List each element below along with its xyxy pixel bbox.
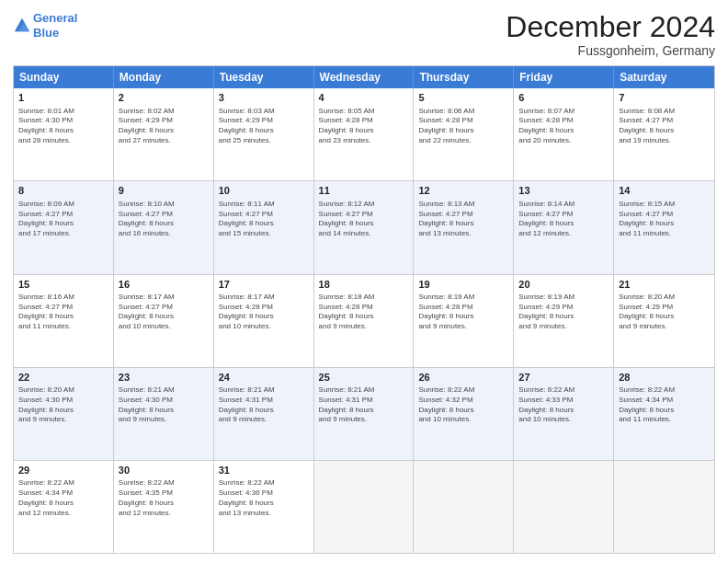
day-number: 28 bbox=[619, 371, 710, 385]
calendar-cell: 12Sunrise: 8:13 AMSunset: 4:27 PMDayligh… bbox=[414, 181, 514, 273]
calendar-cell: 16Sunrise: 8:17 AMSunset: 4:27 PMDayligh… bbox=[114, 275, 214, 367]
cell-info-line: Sunrise: 8:09 AM bbox=[18, 200, 108, 210]
month-title: December 2024 bbox=[506, 11, 715, 43]
title-block: December 2024 Fussgonheim, Germany bbox=[506, 11, 715, 58]
calendar-header: SundayMondayTuesdayWednesdayThursdayFrid… bbox=[14, 66, 714, 88]
cell-info-line: Sunset: 4:29 PM bbox=[219, 116, 309, 126]
cell-info-line: Sunrise: 8:18 AM bbox=[319, 293, 409, 303]
calendar-cell: 8Sunrise: 8:09 AMSunset: 4:27 PMDaylight… bbox=[14, 181, 114, 273]
cell-info-line: and 25 minutes. bbox=[219, 136, 309, 146]
day-number: 1 bbox=[18, 91, 108, 105]
cell-info-line: Sunrise: 8:22 AM bbox=[18, 478, 108, 488]
day-number: 11 bbox=[319, 184, 409, 198]
day-number: 29 bbox=[18, 464, 108, 477]
cell-info-line: and 9 minutes. bbox=[518, 322, 609, 332]
cell-info-line: Sunset: 4:30 PM bbox=[119, 396, 209, 406]
cell-info-line: Daylight: 8 hours bbox=[619, 126, 710, 136]
cell-info-line: and 15 minutes. bbox=[219, 229, 309, 239]
cell-info-line: and 13 minutes. bbox=[219, 509, 309, 519]
cell-info-line: Sunrise: 8:17 AM bbox=[219, 293, 309, 303]
cell-info-line: Sunset: 4:30 PM bbox=[18, 396, 108, 406]
cell-info-line: Daylight: 8 hours bbox=[518, 219, 609, 229]
calendar-row: 8Sunrise: 8:09 AMSunset: 4:27 PMDaylight… bbox=[14, 180, 714, 273]
cell-info-line: and 22 minutes. bbox=[418, 136, 508, 146]
cell-info-line: Daylight: 8 hours bbox=[518, 312, 609, 322]
cell-info-line: and 14 minutes. bbox=[319, 229, 409, 239]
cell-info-line: and 27 minutes. bbox=[119, 136, 209, 146]
cell-info-line: Sunrise: 8:08 AM bbox=[619, 107, 710, 117]
cell-info-line: Sunrise: 8:22 AM bbox=[518, 385, 609, 396]
day-of-week-header: Sunday bbox=[14, 66, 114, 88]
cell-info-line: and 9 minutes. bbox=[319, 415, 409, 425]
cell-info-line: Sunset: 4:31 PM bbox=[219, 396, 309, 406]
cell-info-line: Daylight: 8 hours bbox=[219, 499, 309, 509]
calendar-cell: 25Sunrise: 8:21 AMSunset: 4:31 PMDayligh… bbox=[314, 368, 415, 460]
calendar-row: 1Sunrise: 8:01 AMSunset: 4:30 PMDaylight… bbox=[14, 88, 714, 180]
calendar-cell: 18Sunrise: 8:18 AMSunset: 4:28 PMDayligh… bbox=[314, 275, 415, 367]
calendar: SundayMondayTuesdayWednesdayThursdayFrid… bbox=[13, 65, 715, 554]
day-number: 17 bbox=[219, 278, 309, 292]
cell-info-line: Sunset: 4:27 PM bbox=[518, 210, 609, 220]
calendar-cell: 31Sunrise: 8:22 AMSunset: 4:36 PMDayligh… bbox=[214, 461, 314, 553]
cell-info-line: Sunrise: 8:22 AM bbox=[619, 385, 710, 396]
cell-info-line: and 13 minutes. bbox=[418, 229, 508, 239]
day-number: 2 bbox=[119, 91, 209, 105]
day-number: 13 bbox=[518, 184, 609, 198]
cell-info-line: Sunrise: 8:01 AM bbox=[18, 107, 108, 117]
header: General Blue December 2024 Fussgonheim, … bbox=[13, 11, 715, 58]
cell-info-line: Sunrise: 8:10 AM bbox=[119, 200, 209, 210]
cell-info-line: Sunset: 4:28 PM bbox=[219, 303, 309, 313]
calendar-cell: 14Sunrise: 8:15 AMSunset: 4:27 PMDayligh… bbox=[614, 181, 714, 273]
day-of-week-header: Friday bbox=[514, 66, 614, 88]
cell-info-line: Sunrise: 8:19 AM bbox=[518, 293, 609, 303]
cell-info-line: Daylight: 8 hours bbox=[619, 312, 710, 322]
cell-info-line: Daylight: 8 hours bbox=[619, 219, 710, 229]
cell-info-line: and 9 minutes. bbox=[319, 322, 409, 332]
cell-info-line: and 28 minutes. bbox=[18, 136, 108, 146]
cell-info-line: and 11 minutes. bbox=[619, 229, 710, 239]
cell-info-line: Daylight: 8 hours bbox=[219, 219, 309, 229]
cell-info-line: Daylight: 8 hours bbox=[18, 499, 108, 509]
cell-info-line: Sunrise: 8:22 AM bbox=[219, 478, 309, 488]
logo-text: General Blue bbox=[33, 11, 77, 40]
cell-info-line: and 12 minutes. bbox=[518, 229, 609, 239]
cell-info-line: Sunrise: 8:13 AM bbox=[418, 200, 508, 210]
cell-info-line: Sunrise: 8:22 AM bbox=[418, 385, 508, 396]
cell-info-line: and 9 minutes. bbox=[219, 415, 309, 425]
cell-info-line: Daylight: 8 hours bbox=[18, 312, 108, 322]
calendar-cell: 29Sunrise: 8:22 AMSunset: 4:34 PMDayligh… bbox=[14, 461, 114, 553]
cell-info-line: Sunset: 4:35 PM bbox=[119, 488, 209, 499]
cell-info-line: Daylight: 8 hours bbox=[418, 219, 508, 229]
calendar-cell bbox=[514, 461, 614, 553]
cell-info-line: Sunset: 4:29 PM bbox=[619, 303, 710, 313]
calendar-row: 29Sunrise: 8:22 AMSunset: 4:34 PMDayligh… bbox=[14, 460, 714, 553]
cell-info-line: Sunset: 4:32 PM bbox=[418, 396, 508, 406]
cell-info-line: Sunset: 4:34 PM bbox=[619, 396, 710, 406]
page-container: General Blue December 2024 Fussgonheim, … bbox=[0, 0, 728, 563]
day-number: 27 bbox=[518, 371, 609, 385]
calendar-cell: 26Sunrise: 8:22 AMSunset: 4:32 PMDayligh… bbox=[414, 368, 514, 460]
calendar-cell bbox=[314, 461, 415, 553]
cell-info-line: Daylight: 8 hours bbox=[619, 406, 710, 416]
calendar-row: 22Sunrise: 8:20 AMSunset: 4:30 PMDayligh… bbox=[14, 367, 714, 460]
day-number: 8 bbox=[18, 184, 108, 198]
day-number: 25 bbox=[319, 371, 409, 385]
cell-info-line: Daylight: 8 hours bbox=[119, 126, 209, 136]
cell-info-line: and 12 minutes. bbox=[119, 509, 209, 519]
calendar-cell: 7Sunrise: 8:08 AMSunset: 4:27 PMDaylight… bbox=[614, 88, 714, 180]
calendar-cell: 3Sunrise: 8:03 AMSunset: 4:29 PMDaylight… bbox=[214, 88, 314, 180]
cell-info-line: and 10 minutes. bbox=[119, 322, 209, 332]
cell-info-line: Sunrise: 8:20 AM bbox=[619, 293, 710, 303]
day-number: 6 bbox=[518, 91, 609, 105]
cell-info-line: Daylight: 8 hours bbox=[18, 219, 108, 229]
cell-info-line: and 9 minutes. bbox=[18, 415, 108, 425]
cell-info-line: and 11 minutes. bbox=[619, 415, 710, 425]
cell-info-line: Daylight: 8 hours bbox=[119, 312, 209, 322]
cell-info-line: and 9 minutes. bbox=[418, 322, 508, 332]
calendar-cell: 27Sunrise: 8:22 AMSunset: 4:33 PMDayligh… bbox=[514, 368, 614, 460]
calendar-cell: 23Sunrise: 8:21 AMSunset: 4:30 PMDayligh… bbox=[114, 368, 214, 460]
cell-info-line: Daylight: 8 hours bbox=[119, 499, 209, 509]
day-of-week-header: Wednesday bbox=[314, 66, 415, 88]
cell-info-line: Daylight: 8 hours bbox=[319, 312, 409, 322]
cell-info-line: and 17 minutes. bbox=[18, 229, 108, 239]
